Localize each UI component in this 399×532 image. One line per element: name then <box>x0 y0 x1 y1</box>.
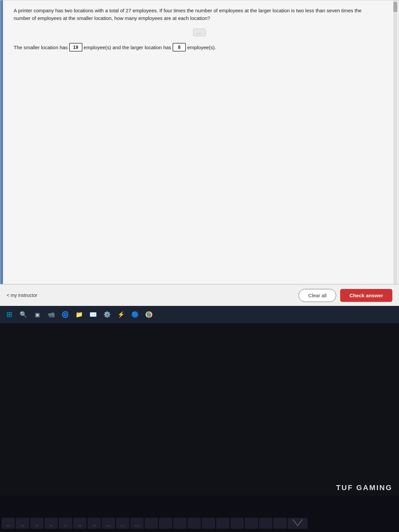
main-window: A printer company has two locations with… <box>0 0 399 306</box>
key-f7[interactable]: F7 <box>59 518 72 529</box>
smaller-location-input[interactable] <box>69 43 82 52</box>
taskbar-video-icon[interactable]: 📹 <box>45 309 57 321</box>
key-f9[interactable]: F9 <box>87 518 101 529</box>
function-keys: F3 F4 F5 F6 F7 F8 F9 F10 F11 F12 <box>2 518 308 529</box>
key-extra10[interactable] <box>273 518 287 529</box>
taskbar-windows-icon[interactable]: ⊞ <box>3 309 15 321</box>
check-answer-button[interactable]: Check answer <box>340 289 392 302</box>
question-container: A printer company has two locations with… <box>0 0 399 284</box>
bottom-bar: < my instructor Clear all Check answer <box>0 284 399 306</box>
key-extra9[interactable] <box>259 518 272 529</box>
instructor-link[interactable]: < my instructor <box>7 293 37 298</box>
collapse-button[interactable]: ... <box>193 29 206 36</box>
question-text: A printer company has two locations with… <box>14 7 379 22</box>
answer-suffix: employee(s). <box>187 45 216 50</box>
taskbar-edge-icon[interactable]: 🌀 <box>59 309 71 321</box>
larger-location-input[interactable] <box>173 43 186 52</box>
answer-middle: employee(s) and the larger location has <box>84 45 171 50</box>
key-f5[interactable]: F5 <box>30 518 44 529</box>
left-accent-bar <box>0 0 3 284</box>
keyboard-area: F3 F4 F5 F6 F7 F8 F9 F10 F11 F12 <box>0 495 399 532</box>
key-f3[interactable]: F3 <box>2 518 15 529</box>
key-f10[interactable]: F10 <box>102 518 115 529</box>
key-f8[interactable]: F8 <box>73 518 86 529</box>
taskbar-lightning-icon[interactable]: ⚡ <box>115 309 127 321</box>
key-extra3[interactable] <box>173 518 187 529</box>
taskbar-app-icon[interactable]: 🔵 <box>129 309 141 321</box>
key-extra8[interactable] <box>245 518 258 529</box>
taskbar-settings-icon[interactable]: ⚙️ <box>101 309 113 321</box>
answer-area: The smaller location has employee(s) and… <box>14 43 389 52</box>
key-f4[interactable]: F4 <box>16 518 29 529</box>
taskbar-explorer-icon[interactable]: 📁 <box>73 309 85 321</box>
key-v-shape[interactable] <box>288 518 308 529</box>
clear-all-button[interactable]: Clear all <box>299 289 336 302</box>
key-extra6[interactable] <box>216 518 229 529</box>
key-extra5[interactable] <box>202 518 215 529</box>
scrollbar[interactable] <box>393 0 397 284</box>
key-extra7[interactable] <box>230 518 244 529</box>
taskbar-taskview-icon[interactable]: ▣ <box>31 309 43 321</box>
brand-text: TUF GAMING <box>336 483 392 492</box>
key-f12[interactable]: F12 <box>130 518 144 529</box>
taskbar: ⊞ 🔍 ▣ 📹 🌀 📁 ✉️ ⚙️ ⚡ 🔵 <box>0 306 399 323</box>
key-f11[interactable]: F11 <box>116 518 129 529</box>
key-extra[interactable] <box>145 518 158 529</box>
taskbar-chrome-icon[interactable] <box>143 309 155 321</box>
key-extra4[interactable] <box>188 518 201 529</box>
button-group: Clear all Check answer <box>299 289 392 302</box>
scrollbar-thumb[interactable] <box>393 2 397 12</box>
taskbar-search-icon[interactable]: 🔍 <box>17 309 29 321</box>
key-f6[interactable]: F6 <box>45 518 58 529</box>
answer-prefix: The smaller location has <box>14 45 68 50</box>
key-extra2[interactable] <box>159 518 172 529</box>
collapse-btn-area: ... <box>10 29 389 36</box>
taskbar-mail-icon[interactable]: ✉️ <box>87 309 99 321</box>
svg-point-2 <box>148 313 150 316</box>
